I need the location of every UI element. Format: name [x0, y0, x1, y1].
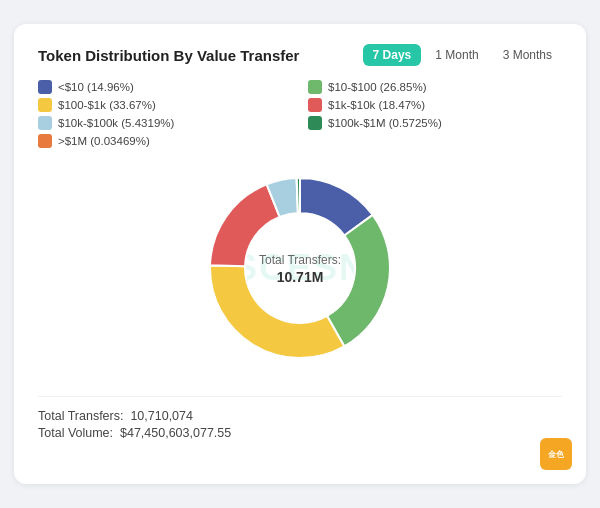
- time-btn-7days[interactable]: 7 Days: [363, 44, 422, 66]
- legend-label: $10-$100 (26.85%): [328, 81, 426, 93]
- legend-item: <$10 (14.96%): [38, 80, 292, 94]
- legend-color-dot: [308, 98, 322, 112]
- footer-transfers-value: 10,710,074: [130, 409, 193, 423]
- legend-label: $100k-$1M (0.5725%): [328, 117, 442, 129]
- legend-item: $1k-$10k (18.47%): [308, 98, 562, 112]
- logo-text: 金色: [548, 449, 564, 460]
- footer-volume-value: $47,450,603,077.55: [120, 426, 231, 440]
- page-title: Token Distribution By Value Transfer: [38, 47, 299, 64]
- legend-label: $100-$1k (33.67%): [58, 99, 156, 111]
- legend-item: $100-$1k (33.67%): [38, 98, 292, 112]
- donut-svg: [190, 158, 410, 378]
- chart-area: SCESN Total Transfers: 10.71M: [38, 158, 562, 378]
- legend-item: $10-$100 (26.85%): [308, 80, 562, 94]
- legend-color-dot: [308, 116, 322, 130]
- footer-transfers: Total Transfers: 10,710,074: [38, 409, 562, 423]
- legend-color-dot: [38, 98, 52, 112]
- legend-item: $100k-$1M (0.5725%): [308, 116, 562, 130]
- legend-color-dot: [38, 116, 52, 130]
- legend-color-dot: [308, 80, 322, 94]
- logo-badge: 金色: [540, 438, 572, 470]
- legend-color-dot: [38, 80, 52, 94]
- legend-label: $1k-$10k (18.47%): [328, 99, 425, 111]
- time-button-group: 7 Days 1 Month 3 Months: [363, 44, 562, 66]
- legend-item: $10k-$100k (5.4319%): [38, 116, 292, 130]
- footer: Total Transfers: 10,710,074 Total Volume…: [38, 396, 562, 440]
- header: Token Distribution By Value Transfer 7 D…: [38, 44, 562, 66]
- footer-transfers-label: Total Transfers:: [38, 409, 123, 423]
- footer-volume: Total Volume: $47,450,603,077.55: [38, 426, 562, 440]
- legend-item: >$1M (0.03469%): [38, 134, 292, 148]
- time-btn-1month[interactable]: 1 Month: [425, 44, 488, 66]
- legend-color-dot: [38, 134, 52, 148]
- legend: <$10 (14.96%)$10-$100 (26.85%)$100-$1k (…: [38, 80, 562, 148]
- legend-label: >$1M (0.03469%): [58, 135, 150, 147]
- legend-label: $10k-$100k (5.4319%): [58, 117, 174, 129]
- time-btn-3months[interactable]: 3 Months: [493, 44, 562, 66]
- donut-chart: Total Transfers: 10.71M: [190, 158, 410, 378]
- footer-volume-label: Total Volume:: [38, 426, 113, 440]
- legend-label: <$10 (14.96%): [58, 81, 134, 93]
- card: Token Distribution By Value Transfer 7 D…: [14, 24, 586, 484]
